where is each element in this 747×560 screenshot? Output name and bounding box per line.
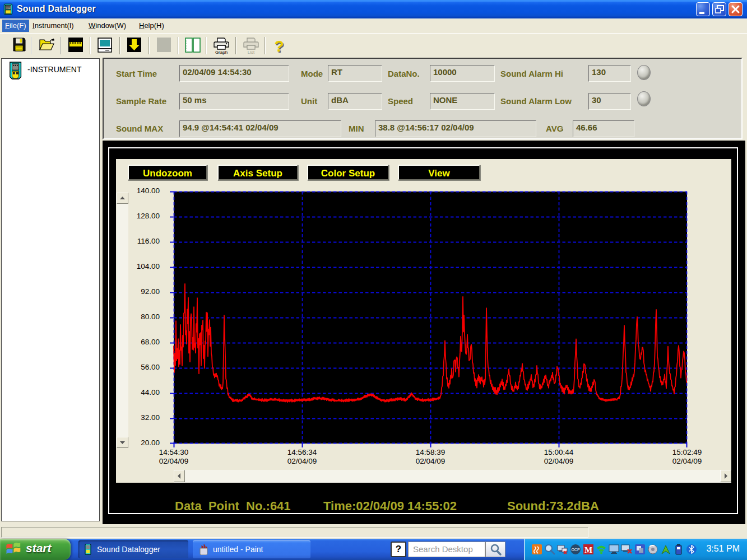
svg-text:M: M xyxy=(584,545,592,554)
svg-text:OCP: OCP xyxy=(571,548,580,552)
